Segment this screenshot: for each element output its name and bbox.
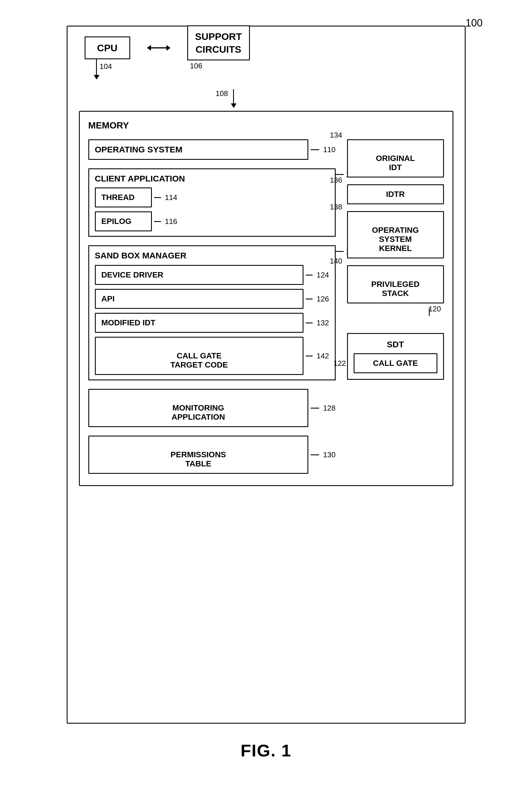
ref-122: 122 (334, 359, 346, 368)
ref-100-label: 100 (465, 17, 482, 29)
ref-104: 104 (100, 62, 112, 71)
privileged-stack-box: PRIVILEGED STACK (347, 265, 444, 303)
permissions-row: PERMISSIONS TABLE 130 (88, 436, 336, 474)
operating-system-box: OPERATING SYSTEM (88, 139, 309, 160)
ref-132: 132 (317, 319, 329, 327)
modified-idt-row: MODIFIED IDT 132 (95, 313, 329, 333)
call-gate-section: CALL GATE 122 (354, 353, 437, 373)
os-label: OPERATING SYSTEM (95, 145, 183, 154)
api-box: API (95, 289, 304, 309)
epilog-row: EPILOG 116 (95, 211, 329, 231)
device-driver-label: DEVICE DRIVER (101, 270, 164, 279)
thread-label: THREAD (101, 193, 135, 202)
cpu-box: CPU (84, 36, 130, 59)
ref-114: 114 (165, 193, 177, 202)
ref-138: 138 (330, 203, 342, 211)
ref-130: 130 (323, 451, 336, 459)
support-circuits-box: SUPPORT CIRCUITS (187, 25, 250, 60)
device-driver-row: DEVICE DRIVER 124 (95, 265, 329, 285)
sandbox-label: SAND BOX MANAGER (95, 251, 329, 261)
cpu-label: CPU (97, 42, 118, 54)
modified-idt-label: MODIFIED IDT (101, 318, 156, 327)
outer-boundary-box: CPU 104 (67, 26, 466, 724)
sandbox-nested: DEVICE DRIVER 124 (95, 265, 329, 375)
client-app-nested: THREAD 114 E (95, 188, 329, 231)
os-kernel-label: OPERATING SYSTEM KERNEL (372, 226, 419, 253)
monitoring-row: MONITORING APPLICATION 128 (88, 389, 336, 427)
memory-columns: OPERATING SYSTEM 110 CLIENT APPLICATION (88, 139, 444, 474)
privileged-stack-section: PRIVILEGED STACK 140 (347, 265, 444, 303)
sdt-section: 120 SDT CALL GATE 122 (347, 316, 444, 380)
ref-116: 116 (165, 217, 177, 226)
ref-120: 120 (429, 305, 441, 313)
idtr-box: IDTR (347, 184, 444, 204)
sandbox-manager-box: SAND BOX MANAGER DEVICE DRIVER 12 (88, 245, 336, 380)
permissions-box: PERMISSIONS TABLE (88, 436, 309, 474)
ref-128: 128 (323, 404, 336, 413)
original-idt-box: ORIGINAL IDT (347, 139, 444, 177)
api-row: API 126 (95, 289, 329, 309)
sandbox-section: SAND BOX MANAGER DEVICE DRIVER 12 (88, 245, 336, 380)
ref-140: 140 (330, 257, 342, 266)
idtr-label: IDTR (386, 190, 405, 198)
client-app-section: CLIENT APPLICATION THREAD (88, 168, 336, 237)
ref-136: 136 (330, 176, 342, 185)
monitoring-label: MONITORING APPLICATION (172, 403, 225, 421)
api-label: API (101, 294, 115, 303)
thread-row: THREAD 114 (95, 188, 329, 207)
top-section: CPU 104 (79, 38, 453, 78)
os-kernel-box: OPERATING SYSTEM KERNEL (347, 211, 444, 259)
os-row: OPERATING SYSTEM 110 (88, 139, 336, 160)
permissions-label: PERMISSIONS TABLE (171, 450, 226, 468)
call-gate-label: CALL GATE (373, 359, 418, 367)
call-gate-target-label: CALL GATE TARGET CODE (170, 351, 228, 369)
original-idt-label: ORIGINAL IDT (376, 154, 415, 172)
memory-label: MEMORY (88, 120, 444, 131)
thread-box: THREAD (95, 188, 152, 207)
os-kernel-section: OPERATING SYSTEM KERNEL 138 (347, 211, 444, 259)
epilog-box: EPILOG (95, 211, 152, 231)
bidirectional-arrow (147, 47, 170, 49)
call-gate-target-row: CALL GATE TARGET CODE 142 (95, 337, 329, 375)
ref-124: 124 (317, 271, 329, 280)
idtr-section: IDTR 136 (347, 184, 444, 204)
ref-108-label: 108 (216, 89, 228, 98)
device-driver-box: DEVICE DRIVER (95, 265, 304, 285)
ref-134: 134 (330, 131, 342, 139)
ref-126: 126 (317, 294, 329, 303)
ref-110: 110 (323, 145, 336, 154)
privileged-stack-label: PRIVILEGED STACK (371, 280, 420, 298)
diagram-wrapper: 100 CPU 104 (67, 17, 466, 760)
client-app-label: CLIENT APPLICATION (95, 174, 185, 184)
memory-box: MEMORY OPERATING SYSTEM 110 (79, 111, 453, 486)
ref-142: 142 (317, 351, 329, 360)
epilog-label: EPILOG (101, 217, 132, 226)
sdt-label: SDT (354, 340, 437, 349)
right-column: ORIGINAL IDT 134 IDTR 136 OP (347, 139, 444, 474)
client-application-box: CLIENT APPLICATION THREAD (88, 168, 336, 237)
sdt-box: SDT CALL GATE 122 (347, 333, 444, 380)
call-gate-target-box: CALL GATE TARGET CODE (95, 337, 304, 375)
left-column: OPERATING SYSTEM 110 CLIENT APPLICATION (88, 139, 336, 474)
ref-106: 106 (190, 61, 202, 70)
call-gate-box: CALL GATE (354, 353, 437, 373)
figure-label: FIG. 1 (67, 741, 466, 760)
monitoring-box: MONITORING APPLICATION (88, 389, 309, 427)
original-idt-section: ORIGINAL IDT 134 (347, 139, 444, 177)
modified-idt-box: MODIFIED IDT (95, 313, 304, 333)
support-circuits-label: SUPPORT CIRCUITS (195, 30, 242, 55)
